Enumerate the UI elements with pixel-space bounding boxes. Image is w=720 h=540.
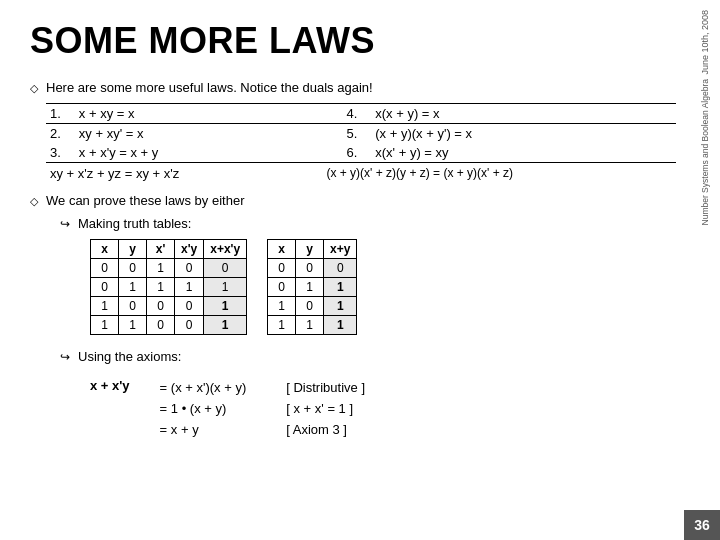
page-title: SOME MORE LAWS bbox=[30, 20, 660, 62]
th2-y: y bbox=[296, 240, 324, 259]
law-eq-6: x(x' + y) = xy bbox=[371, 143, 676, 163]
law-num-1: 1. bbox=[46, 104, 75, 124]
table-row: 01 1 bbox=[268, 278, 357, 297]
page-number: 36 bbox=[694, 517, 710, 533]
law-extra-right: (x + y)(x' + z)(y + z) = (x + y)(x' + z) bbox=[306, 163, 676, 184]
law-num-3: 3. bbox=[46, 143, 75, 163]
page-badge: 36 bbox=[684, 510, 720, 540]
arrow-icon-2: ↪ bbox=[60, 350, 70, 364]
using-axioms: ↪ Using the axioms: bbox=[60, 349, 660, 364]
law-eq-1: x + xy = x bbox=[75, 104, 307, 124]
th-x: x bbox=[91, 240, 119, 259]
bullet1-text: Here are some more useful laws. Notice t… bbox=[46, 80, 373, 95]
laws-table: 1. x + xy = x 4. x(x + y) = x 2. xy + xy… bbox=[46, 103, 676, 183]
law-eq-3: x + x'y = x + y bbox=[75, 143, 307, 163]
th2-x: x bbox=[268, 240, 296, 259]
bullet-diamond-1: ◇ bbox=[30, 82, 38, 95]
axiom-expr: x + x'y bbox=[90, 378, 130, 440]
table-row: 10 1 bbox=[268, 297, 357, 316]
th2-xplusy: x+y bbox=[324, 240, 357, 259]
truth-tables-section: x y x' x'y x+x'y 00 10 0 01 11 1 bbox=[90, 239, 660, 335]
axiom-ref-1: [ Distributive ] bbox=[286, 378, 365, 399]
bullet1: ◇ Here are some more useful laws. Notice… bbox=[30, 80, 660, 95]
axiom-refs: [ Distributive ] [ x + x' = 1 ] [ Axiom … bbox=[286, 378, 365, 440]
laws-row-2: 2. xy + xy' = x 5. (x + y)(x + y') = x bbox=[46, 124, 676, 144]
table-row: 11 1 bbox=[268, 316, 357, 335]
laws-row-3: 3. x + x'y = x + y 6. x(x' + y) = xy bbox=[46, 143, 676, 163]
axiom-step-3: = x + y bbox=[160, 420, 247, 441]
table-row: 00 0 bbox=[268, 259, 357, 278]
axiom-ref-2: [ x + x' = 1 ] bbox=[286, 399, 365, 420]
making-label: Making truth tables: bbox=[78, 216, 191, 231]
th-xprimey: x'y bbox=[175, 240, 204, 259]
th-xxprimey: x+x'y bbox=[204, 240, 247, 259]
law-num-4: 4. bbox=[306, 104, 371, 124]
arrow-icon-1: ↪ bbox=[60, 217, 70, 231]
sidebar-date: June 10th, 2008 bbox=[700, 10, 710, 75]
table-row: 00 10 0 bbox=[91, 259, 247, 278]
law-extra-left: xy + x'z + yz = xy + x'z bbox=[46, 163, 306, 184]
axiom-step-1: = (x + x')(x + y) bbox=[160, 378, 247, 399]
truth-table-2: x y x+y 00 0 01 1 10 1 1 bbox=[267, 239, 357, 335]
law-eq-5: (x + y)(x + y') = x bbox=[371, 124, 676, 144]
laws-header-row: 1. x + xy = x 4. x(x + y) = x bbox=[46, 104, 676, 124]
main-content: SOME MORE LAWS ◇ Here are some more usef… bbox=[0, 0, 690, 540]
law-eq-4: x(x + y) = x bbox=[371, 104, 676, 124]
bullet2-text: We can prove these laws by either bbox=[46, 193, 244, 208]
law-num-5: 5. bbox=[306, 124, 371, 144]
table-row: 11 00 1 bbox=[91, 316, 247, 335]
truth-table-1: x y x' x'y x+x'y 00 10 0 01 11 1 bbox=[90, 239, 247, 335]
sidebar: June 10th, 2008 Number Systems and Boole… bbox=[690, 0, 720, 510]
making-truth-tables: ↪ Making truth tables: bbox=[60, 216, 660, 231]
axioms-section: x + x'y = (x + x')(x + y) = 1 • (x + y) … bbox=[90, 378, 660, 440]
table-row: 01 11 1 bbox=[91, 278, 247, 297]
axiom-step-2: = 1 • (x + y) bbox=[160, 399, 247, 420]
using-label: Using the axioms: bbox=[78, 349, 181, 364]
th-y: y bbox=[119, 240, 147, 259]
bullet2: ◇ We can prove these laws by either bbox=[30, 193, 660, 208]
sidebar-subject: Number Systems and Boolean Algebra bbox=[700, 79, 710, 225]
law-num-6: 6. bbox=[306, 143, 371, 163]
axiom-ref-3: [ Axiom 3 ] bbox=[286, 420, 365, 441]
law-num-2: 2. bbox=[46, 124, 75, 144]
bullet-diamond-2: ◇ bbox=[30, 195, 38, 208]
table-row: 10 00 1 bbox=[91, 297, 247, 316]
axiom-steps: = (x + x')(x + y) = 1 • (x + y) = x + y bbox=[160, 378, 247, 440]
law-eq-2: xy + xy' = x bbox=[75, 124, 307, 144]
laws-extra-row: xy + x'z + yz = xy + x'z (x + y)(x' + z)… bbox=[46, 163, 676, 184]
th-xprime: x' bbox=[147, 240, 175, 259]
